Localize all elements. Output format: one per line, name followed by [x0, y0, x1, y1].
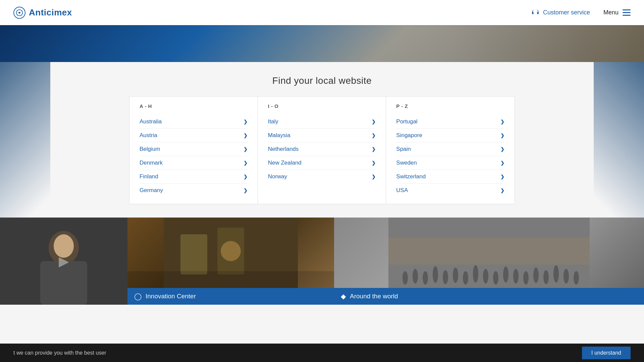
logo-icon [13, 7, 25, 19]
customer-service-button[interactable]: Customer service [531, 8, 590, 17]
svg-point-12 [423, 271, 428, 285]
world-label-bar: ◆ Around the world [334, 288, 644, 305]
chevron-right-icon: ❯ [372, 160, 376, 166]
column-a-h: A - H Australia ❯ Austria ❯ Belgium ❯ De… [129, 97, 258, 204]
country-spain[interactable]: Spain ❯ [396, 142, 504, 156]
svg-point-24 [543, 270, 549, 284]
innovation-label-text: Innovation Center [146, 293, 196, 300]
innovation-card[interactable]: ◯ Innovation Center [127, 218, 334, 305]
country-denmark[interactable]: Denmark ❯ [140, 156, 248, 170]
country-sweden[interactable]: Sweden ❯ [396, 156, 504, 170]
world-label-text: Around the world [350, 293, 398, 300]
cookie-accept-button[interactable]: I understand [582, 347, 631, 359]
innovation-bg-svg [127, 218, 334, 288]
country-singapore[interactable]: Singapore ❯ [396, 129, 504, 142]
country-switzerland[interactable]: Switzerland ❯ [396, 170, 504, 184]
chevron-right-icon: ❯ [372, 119, 376, 124]
hero-banner [0, 25, 644, 62]
menu-label: Menu [603, 9, 619, 16]
logo-text: Anticimex [29, 7, 72, 18]
country-name: Finland [140, 173, 158, 180]
svg-point-16 [463, 271, 468, 285]
logo[interactable]: Anticimex [13, 7, 72, 19]
innovation-label-bar: ◯ Innovation Center [127, 288, 334, 305]
svg-point-4 [54, 234, 74, 258]
svg-point-18 [483, 269, 488, 284]
country-name: Italy [268, 118, 278, 125]
main-header: Anticimex Customer service Menu [0, 0, 644, 25]
country-name: Netherlands [268, 146, 299, 153]
country-norway[interactable]: Norway ❯ [268, 170, 376, 183]
chevron-right-icon: ❯ [372, 133, 376, 138]
svg-rect-28 [388, 238, 590, 264]
chevron-right-icon: ❯ [500, 146, 504, 152]
chevron-right-icon: ❯ [244, 174, 248, 179]
country-malaysia[interactable]: Malaysia ❯ [268, 129, 376, 142]
cookie-bar: t we can provide you with the best user … [0, 344, 644, 362]
country-name: Germany [140, 187, 163, 194]
video-person [0, 218, 127, 305]
customer-service-label: Customer service [543, 9, 590, 16]
person-silhouette [0, 218, 127, 305]
chevron-right-icon: ❯ [244, 188, 248, 193]
country-name: Belgium [140, 146, 160, 153]
country-name: Norway [268, 173, 287, 180]
innovation-image [127, 218, 334, 288]
country-finland[interactable]: Finland ❯ [140, 170, 248, 184]
country-name: New Zealand [268, 160, 302, 166]
country-grid: A - H Australia ❯ Austria ❯ Belgium ❯ De… [129, 96, 515, 204]
world-card[interactable]: ◆ Around the world [334, 218, 644, 305]
country-new-zealand[interactable]: New Zealand ❯ [268, 156, 376, 170]
chevron-right-icon: ❯ [372, 146, 376, 152]
chevron-right-icon: ❯ [500, 174, 504, 179]
svg-point-10 [402, 271, 408, 285]
country-portugal[interactable]: Portugal ❯ [396, 115, 504, 129]
country-usa[interactable]: USA ❯ [396, 184, 504, 197]
country-name: Switzerland [396, 173, 426, 180]
video-card[interactable] [0, 218, 127, 305]
main-content: Find your local website A - H Australia … [0, 62, 644, 204]
world-image [334, 218, 644, 288]
country-name: USA [396, 187, 408, 194]
chevron-right-icon: ❯ [244, 146, 248, 152]
svg-point-11 [413, 269, 418, 284]
hero-overlay [0, 25, 644, 62]
svg-point-26 [564, 269, 569, 284]
country-name: Malaysia [268, 132, 290, 139]
svg-point-23 [533, 267, 539, 283]
svg-rect-3 [40, 261, 87, 305]
svg-point-20 [503, 266, 508, 283]
bottom-cards: ◯ Innovation Center [0, 218, 644, 305]
chevron-right-icon: ❯ [500, 119, 504, 124]
country-name: Singapore [396, 132, 422, 139]
world-globe-icon: ◆ [341, 292, 346, 300]
cookie-text: t we can provide you with the best user [13, 350, 106, 356]
world-bg-svg [334, 218, 644, 288]
section-title: Find your local website [7, 75, 637, 86]
header-right: Customer service Menu [531, 8, 631, 17]
country-germany[interactable]: Germany ❯ [140, 184, 248, 197]
menu-button[interactable]: Menu [603, 9, 631, 16]
chevron-right-icon: ❯ [244, 119, 248, 124]
column-i-o: I - O Italy ❯ Malaysia ❯ Netherlands ❯ N… [258, 97, 386, 204]
svg-rect-6 [180, 234, 207, 275]
country-austria[interactable]: Austria ❯ [140, 129, 248, 142]
innovation-icon: ◯ [134, 292, 142, 300]
svg-point-27 [574, 271, 579, 285]
chevron-right-icon: ❯ [244, 133, 248, 138]
country-name: Spain [396, 146, 411, 153]
country-italy[interactable]: Italy ❯ [268, 115, 376, 129]
svg-point-22 [523, 271, 529, 285]
hamburger-icon [623, 9, 631, 16]
country-belgium[interactable]: Belgium ❯ [140, 142, 248, 156]
country-name: Sweden [396, 160, 417, 166]
svg-point-13 [433, 266, 438, 283]
svg-point-14 [443, 270, 448, 284]
chevron-right-icon: ❯ [500, 133, 504, 138]
svg-point-8 [221, 241, 241, 261]
country-australia[interactable]: Australia ❯ [140, 115, 248, 129]
chevron-right-icon: ❯ [372, 174, 376, 179]
chevron-right-icon: ❯ [500, 160, 504, 166]
country-netherlands[interactable]: Netherlands ❯ [268, 142, 376, 156]
svg-point-15 [453, 267, 458, 283]
